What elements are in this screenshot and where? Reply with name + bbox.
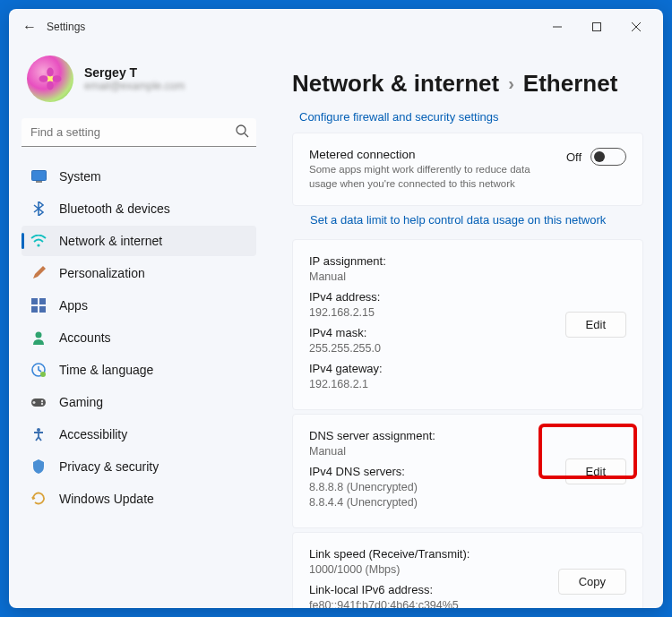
- dns-assignment-value: Manual: [309, 445, 553, 458]
- nav-label: Time & language: [59, 363, 153, 377]
- nav-label: Accounts: [59, 330, 111, 345]
- dns-assignment-card: DNS server assignment: Manual IPv4 DNS s…: [292, 414, 643, 528]
- svg-point-24: [37, 428, 40, 432]
- svg-point-20: [40, 372, 46, 377]
- metered-connection-card: Metered connection Some apps might work …: [292, 133, 643, 206]
- svg-point-22: [41, 400, 43, 402]
- minimize-icon: [553, 22, 562, 31]
- link-speed-card: Link speed (Receive/Transmit): 1000/1000…: [292, 532, 643, 608]
- breadcrumb-parent[interactable]: Network & internet: [292, 70, 499, 98]
- svg-point-8: [53, 75, 62, 82]
- svg-rect-16: [31, 306, 38, 313]
- edit-dns-button[interactable]: Edit: [565, 458, 626, 484]
- link-speed-value: 1000/1000 (Mbps): [309, 563, 546, 576]
- svg-point-6: [47, 81, 54, 90]
- minimize-button[interactable]: [538, 13, 577, 40]
- nav-label: System: [59, 169, 101, 184]
- sidebar-item-system[interactable]: System: [22, 161, 256, 192]
- privacy-icon: [30, 458, 47, 475]
- update-icon: [30, 491, 47, 507]
- accessibility-icon: [30, 426, 47, 442]
- svg-point-9: [237, 125, 246, 134]
- maximize-icon: [592, 22, 601, 31]
- ip-assignment-value: Manual: [309, 270, 553, 283]
- ipv4-mask-value: 255.255.255.0: [309, 342, 553, 355]
- ipv6-link-local-value: fe80::941f:b7d0:4b64:c394%5: [309, 599, 546, 608]
- time-icon: [30, 362, 47, 378]
- ipv4-gateway-label: IPv4 gateway:: [309, 362, 553, 375]
- apps-icon: [30, 297, 47, 313]
- firewall-link[interactable]: Configure firewall and security settings: [292, 110, 643, 133]
- nav-label: Privacy & security: [59, 459, 159, 474]
- breadcrumb: Network & internet › Ethernet: [269, 45, 663, 110]
- ipv4-gateway-value: 192.168.2.1: [309, 378, 553, 390]
- gaming-icon: [30, 394, 47, 410]
- ipv4-dns-label: IPv4 DNS servers:: [309, 465, 553, 478]
- content-scroll[interactable]: Configure firewall and security settings…: [269, 110, 663, 608]
- wifi-icon: [30, 233, 47, 249]
- ipv4-address-value: 192.168.2.15: [309, 306, 553, 319]
- copy-button[interactable]: Copy: [558, 569, 626, 595]
- window-title: Settings: [47, 21, 85, 33]
- flower-icon: [37, 65, 64, 92]
- nav-label: Bluetooth & devices: [59, 201, 170, 216]
- sidebar-item-accessibility[interactable]: Accessibility: [22, 419, 256, 450]
- nav-label: Network & internet: [59, 234, 162, 248]
- data-limit-link[interactable]: Set a data limit to help control data us…: [292, 210, 643, 239]
- svg-rect-15: [39, 298, 46, 304]
- sidebar-item-bluetooth[interactable]: Bluetooth & devices: [22, 193, 256, 224]
- link-speed-label: Link speed (Receive/Transmit):: [309, 547, 546, 561]
- nav-label: Personalization: [59, 266, 145, 280]
- sidebar-item-update[interactable]: Windows Update: [22, 484, 256, 514]
- svg-point-13: [37, 244, 39, 246]
- svg-point-23: [41, 403, 43, 405]
- sidebar-item-network[interactable]: Network & internet: [22, 226, 256, 256]
- ip-assignment-label: IP assignment:: [309, 254, 553, 268]
- sidebar-item-gaming[interactable]: Gaming: [22, 387, 256, 417]
- ip-assignment-card: IP assignment: Manual IPv4 address: 192.…: [292, 239, 643, 410]
- bluetooth-icon: [30, 201, 47, 217]
- nav-list: System Bluetooth & devices Network & int…: [22, 161, 256, 514]
- svg-rect-12: [36, 181, 42, 183]
- user-profile[interactable]: Sergey T email@example.com: [22, 45, 256, 118]
- search-box: [22, 118, 256, 147]
- content-pane: Network & internet › Ethernet Configure …: [269, 45, 663, 608]
- metered-toggle[interactable]: [590, 148, 626, 166]
- edit-ip-button[interactable]: Edit: [565, 312, 626, 338]
- user-name: Sergey T: [84, 65, 185, 80]
- svg-rect-1: [593, 23, 601, 31]
- nav-label: Accessibility: [59, 427, 127, 441]
- nav-label: Gaming: [59, 395, 103, 409]
- svg-point-7: [39, 75, 48, 82]
- maximize-button[interactable]: [577, 13, 616, 40]
- system-icon: [30, 168, 47, 184]
- svg-point-5: [47, 68, 54, 77]
- back-button[interactable]: ←: [16, 19, 43, 35]
- dns-assignment-label: DNS server assignment:: [309, 429, 553, 442]
- search-icon: [235, 124, 249, 141]
- sidebar-item-accounts[interactable]: Accounts: [22, 322, 256, 353]
- dns-server-1: 8.8.8.8 (Unencrypted): [309, 481, 553, 493]
- accounts-icon: [30, 330, 47, 346]
- close-button[interactable]: [616, 13, 656, 40]
- brush-icon: [30, 265, 47, 281]
- sidebar-item-time[interactable]: Time & language: [22, 355, 256, 385]
- svg-rect-14: [31, 298, 38, 304]
- nav-label: Windows Update: [59, 492, 154, 506]
- sidebar-item-apps[interactable]: Apps: [22, 290, 256, 321]
- user-email: email@example.com: [84, 80, 185, 92]
- sidebar-item-privacy[interactable]: Privacy & security: [22, 451, 256, 482]
- search-input[interactable]: [22, 118, 256, 147]
- metered-desc: Some apps might work differently to redu…: [309, 163, 554, 191]
- svg-line-10: [245, 133, 248, 137]
- chevron-right-icon: ›: [508, 73, 514, 94]
- metered-title: Metered connection: [309, 148, 554, 161]
- svg-point-18: [36, 332, 42, 338]
- titlebar: ← Settings: [9, 9, 663, 45]
- avatar: [27, 56, 73, 102]
- svg-rect-11: [31, 171, 46, 181]
- ipv4-address-label: IPv4 address:: [309, 290, 553, 304]
- close-icon: [632, 22, 641, 31]
- sidebar-item-personalization[interactable]: Personalization: [22, 258, 256, 288]
- ipv4-mask-label: IPv4 mask:: [309, 326, 553, 339]
